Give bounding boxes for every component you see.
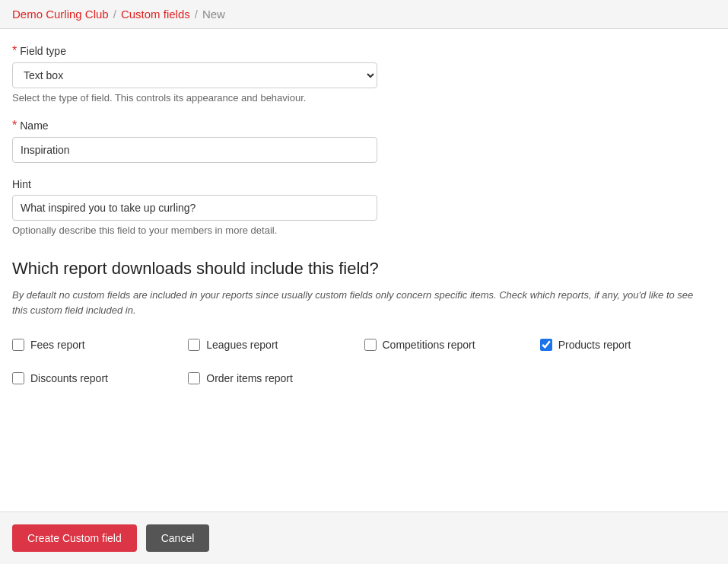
field-type-label: * Field type bbox=[12, 44, 716, 58]
name-label: * Name bbox=[12, 119, 716, 132]
fees-label[interactable]: Fees report bbox=[30, 339, 85, 351]
reports-description: By default no custom fields are included… bbox=[12, 288, 697, 317]
field-type-hint: Select the type of field. This controls … bbox=[12, 92, 716, 104]
hint-section: Hint Optionally describe this field to y… bbox=[12, 178, 716, 236]
leagues-label[interactable]: Leagues report bbox=[206, 339, 278, 351]
competitions-label[interactable]: Competitions report bbox=[383, 339, 475, 351]
field-type-section: * Field type Text box Dropdown Checkbox … bbox=[12, 44, 716, 104]
name-required-star: * bbox=[12, 119, 17, 132]
breadcrumb: Demo Curling Club / Custom fields / New bbox=[0, 0, 728, 29]
checkbox-products: Products report bbox=[540, 333, 716, 357]
discounts-label[interactable]: Discounts report bbox=[30, 372, 108, 384]
checkbox-competitions: Competitions report bbox=[364, 333, 540, 357]
discounts-checkbox[interactable] bbox=[12, 372, 24, 384]
hint-input[interactable] bbox=[12, 195, 377, 221]
order-items-label[interactable]: Order items report bbox=[206, 372, 293, 384]
reports-title: Which report downloads should include th… bbox=[12, 259, 716, 279]
checkbox-discounts: Discounts report bbox=[12, 366, 188, 390]
breadcrumb-current-page: New bbox=[202, 8, 225, 21]
field-type-required-star: * bbox=[12, 44, 17, 58]
button-row: Create Custom field Cancel bbox=[0, 511, 728, 564]
checkbox-leagues: Leagues report bbox=[188, 333, 364, 357]
fees-checkbox[interactable] bbox=[12, 339, 24, 351]
hint-label-text: Hint bbox=[12, 178, 31, 190]
products-checkbox[interactable] bbox=[540, 339, 552, 351]
field-type-label-text: Field type bbox=[20, 45, 66, 57]
cancel-button[interactable]: Cancel bbox=[146, 524, 210, 552]
breadcrumb-club-link[interactable]: Demo Curling Club bbox=[12, 8, 109, 21]
reports-checkboxes-row2: Discounts report Order items report bbox=[12, 366, 716, 390]
hint-label: Hint bbox=[12, 178, 716, 190]
competitions-checkbox[interactable] bbox=[364, 339, 377, 351]
reports-checkboxes-row1: Fees report Leagues report Competitions … bbox=[12, 333, 716, 357]
hint-description: Optionally describe this field to your m… bbox=[12, 225, 716, 236]
create-custom-field-button[interactable]: Create Custom field bbox=[12, 524, 137, 552]
name-input[interactable] bbox=[12, 137, 377, 163]
checkbox-fees: Fees report bbox=[12, 333, 188, 357]
reports-section: Which report downloads should include th… bbox=[12, 259, 716, 390]
name-label-text: Name bbox=[20, 119, 48, 132]
order-items-checkbox[interactable] bbox=[188, 372, 200, 384]
name-section: * Name bbox=[12, 119, 716, 163]
breadcrumb-sep-1: / bbox=[113, 8, 116, 21]
products-label[interactable]: Products report bbox=[558, 339, 631, 351]
breadcrumb-custom-fields-link[interactable]: Custom fields bbox=[121, 8, 190, 21]
breadcrumb-sep-2: / bbox=[195, 8, 198, 21]
checkbox-order-items: Order items report bbox=[188, 366, 364, 390]
leagues-checkbox[interactable] bbox=[188, 339, 200, 351]
field-type-select[interactable]: Text box Dropdown Checkbox Date Number bbox=[12, 62, 377, 88]
